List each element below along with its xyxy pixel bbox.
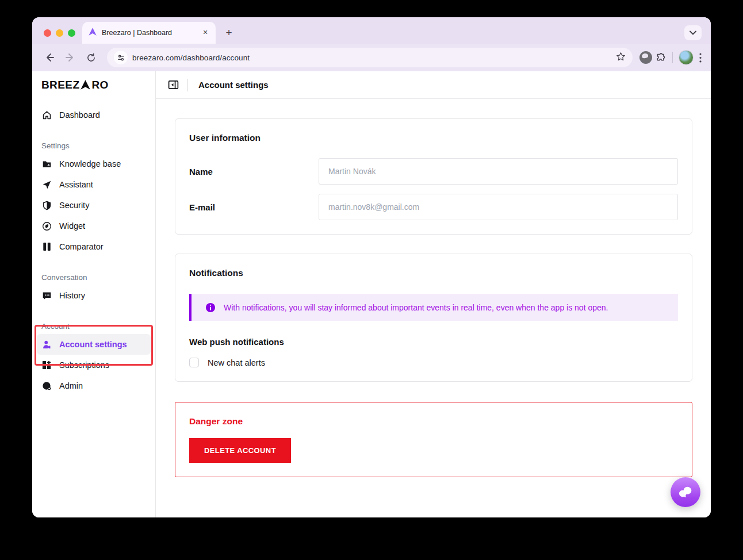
home-icon (41, 110, 52, 120)
app-body: BREEZ RO Dashboard Settings (32, 71, 711, 517)
collapse-sidebar-icon (167, 79, 179, 91)
extension-icon[interactable] (639, 51, 652, 64)
header-divider (187, 79, 188, 91)
url-text[interactable]: breezaro.com/dashboard/account (132, 53, 616, 62)
admin-badge-icon (41, 381, 52, 390)
sidebar-item-label: Dashboard (59, 110, 100, 120)
sidebar-item-admin[interactable]: Admin (37, 375, 151, 396)
bookmark-star-icon[interactable] (616, 52, 626, 64)
delete-account-button[interactable]: DELETE ACCOUNT (189, 438, 291, 463)
web-push-title: Web push notifications (189, 337, 678, 347)
browser-window: Breezaro | Dashboard × + breezaro.com/da… (32, 17, 711, 517)
sidebar-item-label: Account settings (59, 340, 127, 349)
sidebar-item-label: Widget (59, 221, 85, 231)
comparator-bars-icon (41, 242, 52, 251)
danger-zone-card: Danger zone DELETE ACCOUNT (175, 402, 692, 477)
email-input[interactable] (319, 194, 678, 220)
shield-icon (41, 201, 52, 210)
info-icon (205, 302, 216, 313)
forward-arrow-icon (65, 52, 75, 63)
card-title: User information (189, 133, 678, 143)
browser-toolbar: breezaro.com/dashboard/account (32, 44, 711, 71)
name-input[interactable] (319, 158, 678, 185)
sidebar-item-history[interactable]: History (37, 285, 151, 306)
sidebar-section-conversation: Conversation (37, 269, 151, 285)
page-content: User information Name E-mail Notificatio… (156, 99, 711, 517)
info-banner-text: With notifications, you will stay inform… (224, 303, 608, 312)
tab-close-icon[interactable]: × (201, 28, 210, 37)
info-banner: With notifications, you will stay inform… (189, 294, 678, 321)
tab-search-chevron-button[interactable] (684, 25, 702, 40)
sidebar: BREEZ RO Dashboard Settings (32, 71, 156, 517)
new-chat-alerts-checkbox[interactable] (189, 358, 199, 367)
sidebar-nav: Dashboard Settings Knowledge base Assist… (32, 99, 155, 396)
email-label: E-mail (189, 202, 319, 212)
sidebar-item-assistant[interactable]: Assistant (37, 174, 151, 195)
chevron-down-icon (690, 30, 696, 35)
toolbar-divider (672, 52, 673, 63)
sidebar-item-widget[interactable]: Widget (37, 216, 151, 236)
chat-history-icon (41, 291, 52, 301)
user-gear-icon (41, 340, 52, 350)
name-label: Name (189, 167, 319, 177)
reload-icon (86, 53, 96, 63)
site-settings-icon[interactable] (114, 51, 128, 64)
sidebar-item-label: Admin (59, 381, 83, 390)
traffic-lights (44, 29, 75, 37)
tab-strip: Breezaro | Dashboard × + (32, 17, 711, 44)
sidebar-item-knowledge-base[interactable]: Knowledge base (37, 154, 151, 174)
new-tab-button[interactable]: + (221, 25, 236, 40)
sidebar-item-label: Security (59, 201, 89, 210)
send-icon (41, 180, 52, 190)
close-window-button[interactable] (44, 29, 51, 37)
grid-icon (41, 360, 52, 370)
sidebar-item-comparator[interactable]: Comparator (37, 236, 151, 257)
browser-tab[interactable]: Breezaro | Dashboard × (82, 22, 216, 44)
folder-icon (41, 159, 52, 169)
sidebar-section-settings: Settings (37, 137, 151, 154)
sidebar-item-security[interactable]: Security (37, 195, 151, 216)
back-button[interactable] (41, 49, 58, 66)
main-area: Account settings User information Name E… (156, 71, 711, 517)
name-field-row: Name (189, 158, 678, 185)
notifications-card: Notifications With notifications, you wi… (175, 254, 692, 382)
profile-avatar[interactable] (679, 50, 694, 65)
sidebar-item-label: History (59, 291, 85, 300)
address-bar[interactable]: breezaro.com/dashboard/account (107, 48, 633, 67)
favicon (88, 27, 97, 39)
danger-zone-title: Danger zone (189, 416, 678, 427)
card-title: Notifications (189, 268, 678, 278)
sidebar-item-label: Subscriptions (59, 360, 109, 370)
new-chat-alerts-row: New chat alerts (189, 358, 678, 367)
checkbox-label: New chat alerts (208, 358, 265, 367)
breezaro-logo[interactable]: BREEZ RO (41, 79, 109, 91)
sidebar-section-account: Account (37, 318, 151, 334)
widget-bubble-icon (41, 221, 52, 231)
tab-title: Breezaro | Dashboard (102, 29, 196, 37)
reload-button[interactable] (83, 49, 99, 66)
page-header: Account settings (156, 71, 711, 99)
logo-row: BREEZ RO (32, 71, 155, 99)
logo-triangle-icon (80, 79, 91, 90)
back-arrow-icon (44, 52, 55, 63)
sidebar-item-label: Assistant (59, 180, 93, 189)
sidebar-item-label: Comparator (59, 242, 104, 251)
sidebar-item-label: Knowledge base (59, 159, 121, 168)
sidebar-item-subscriptions[interactable]: Subscriptions (37, 355, 151, 375)
browser-menu-kebab-icon[interactable] (697, 53, 704, 63)
sidebar-item-dashboard[interactable]: Dashboard (37, 105, 151, 125)
chat-bubbles-icon (678, 485, 694, 500)
logo-text-pre: BREEZ (41, 79, 79, 91)
forward-button[interactable] (62, 49, 78, 66)
collapse-sidebar-button[interactable] (167, 79, 179, 91)
email-field-row: E-mail (189, 194, 678, 220)
page-title: Account settings (198, 80, 269, 90)
chat-widget-button[interactable] (671, 477, 700, 507)
minimize-window-button[interactable] (56, 29, 63, 37)
zoom-window-button[interactable] (68, 29, 75, 37)
sidebar-item-account-settings[interactable]: Account settings (37, 334, 151, 355)
user-information-card: User information Name E-mail (175, 118, 692, 235)
extensions-puzzle-icon[interactable] (656, 52, 667, 63)
logo-text-post: RO (91, 79, 108, 91)
